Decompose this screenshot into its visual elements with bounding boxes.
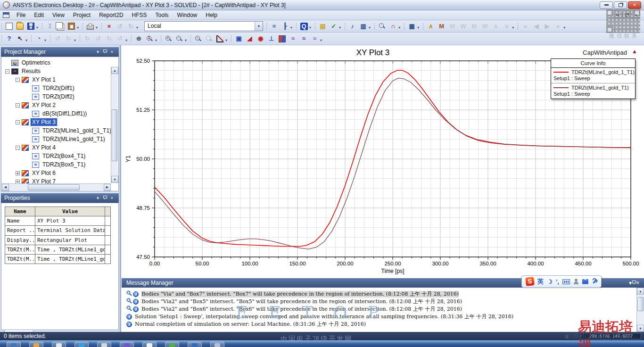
toolbar-overflow-icon[interactable]: ▾ — [44, 38, 46, 42]
zoom-out-button[interactable]: − — [174, 33, 185, 44]
create-report-button[interactable]: ∩ — [388, 21, 398, 32]
toolbar-overflow-icon[interactable]: ▾ — [512, 25, 514, 30]
scroll-left-icon[interactable]: ◀ — [2, 184, 9, 191]
panel-menu-button[interactable]: ▾ — [94, 50, 101, 54]
tree-item-xy-plot-6[interactable]: +XY Plot 6 — [1, 169, 118, 177]
toolbar-overflow-icon[interactable]: ▾ — [36, 25, 38, 30]
property-value[interactable]: Rectangular Plot — [35, 235, 105, 245]
expand-icon[interactable]: + — [16, 171, 20, 175]
notes-button[interactable]: ▤ — [317, 21, 328, 32]
toolbar-overflow-icon[interactable]: ▾ — [25, 38, 27, 42]
toolbar-overflow-icon[interactable]: ▾ — [398, 25, 400, 30]
menu-project[interactable]: Project — [69, 11, 95, 19]
panel-pin-button[interactable] — [101, 195, 108, 201]
minimize-button[interactable] — [600, 1, 613, 9]
tree-item-optimetrics[interactable]: Optimetrics — [1, 58, 118, 67]
toolbar-overflow-icon[interactable]: ▾ — [155, 38, 157, 42]
zoom-in-button[interactable]: + — [163, 33, 174, 44]
taskbar-app-3[interactable] — [52, 342, 66, 347]
legend-entry-tdrzt-mline1-gold-t1[interactable]: TDRZt(MLine1_gold_T1)Setup1 : Sweep — [551, 83, 635, 99]
mdi-document-icon[interactable] — [3, 12, 9, 18]
tree-item-tdrzt-box4-t1[interactable]: TDRZt(Box4_T1) — [1, 152, 118, 160]
plot-settings-button[interactable]: ▦ — [406, 21, 417, 32]
report-doc-button[interactable]: ▥ — [358, 21, 369, 32]
analyze-all-button[interactable]: ◉ — [255, 33, 266, 44]
field-overlay-button[interactable] — [277, 33, 288, 44]
new-file-button[interactable] — [4, 21, 15, 32]
menu-edit[interactable]: Edit — [30, 11, 48, 19]
project-tree-vscrollbar[interactable]: ▲ ▼ — [111, 67, 118, 183]
solution-data-button[interactable]: · — [377, 21, 388, 32]
status-close-icon[interactable]: x — [566, 333, 569, 339]
menu-file[interactable]: File — [12, 11, 30, 19]
menu-hfss[interactable]: HFSS — [128, 11, 151, 19]
validate-check-button[interactable]: ✓ — [328, 21, 339, 32]
message-text[interactable]: Normal completion of simulation on serve… — [135, 321, 366, 328]
taskbar-app-1[interactable] — [7, 342, 21, 347]
scroll-up-icon[interactable]: ▲ — [637, 288, 644, 295]
toolbar-overflow-icon[interactable]: ▾ — [290, 25, 292, 30]
magnifier-icon[interactable] — [126, 290, 132, 298]
tree-item-results[interactable]: -Results — [1, 67, 118, 75]
zoom-window-button[interactable]: ▫ — [193, 33, 204, 44]
menu-tools[interactable]: Tools — [151, 11, 173, 19]
vscroll-thumb[interactable] — [112, 109, 117, 161]
taskbar-app-6[interactable] — [120, 342, 134, 347]
panel-close-button[interactable]: × — [108, 196, 116, 200]
tree-item-tdrzt-diff1[interactable]: TDRZt(Diff1) — [1, 84, 118, 92]
hscroll-thumb[interactable] — [28, 184, 80, 190]
panel-pin-button[interactable] — [101, 49, 108, 55]
scroll-up-icon[interactable]: ▲ — [111, 67, 118, 74]
q3d-extractor-button[interactable]: Q — [298, 21, 309, 32]
toolbar-overflow-icon[interactable]: ▾ — [74, 38, 76, 42]
toolbar-overflow-icon[interactable]: ▾ — [309, 25, 311, 30]
port-setup-button[interactable]: ⊥ — [266, 33, 277, 44]
wave-double-button[interactable]: M — [436, 21, 447, 32]
save-button[interactable] — [25, 21, 36, 32]
open-file-button[interactable] — [15, 21, 25, 32]
restore-button[interactable] — [614, 1, 627, 9]
solution-type-combobox[interactable]: Local▼ — [144, 21, 263, 31]
ime-account-icon[interactable] — [573, 279, 579, 284]
ime-skin-icon[interactable] — [582, 279, 588, 284]
taskbar-app-5[interactable] — [97, 342, 111, 347]
message-text[interactable]: Bodies "Via" and "Box7" intersect. "Box7… — [141, 291, 459, 297]
zoom-original-button[interactable]: 1 — [144, 33, 155, 44]
collapse-icon[interactable]: - — [16, 103, 20, 107]
menu-window[interactable]: Window — [173, 11, 202, 19]
collapse-icon[interactable]: - — [16, 78, 20, 82]
help-topics-button[interactable]: ? — [4, 33, 15, 44]
delete-button[interactable]: × — [104, 21, 115, 32]
mdi-restore-button[interactable] — [622, 12, 631, 18]
toolbar-overflow-icon[interactable]: ▾ — [563, 25, 565, 30]
ime-keyboard-icon[interactable] — [562, 279, 570, 284]
menu-help[interactable]: Help — [201, 11, 222, 19]
ime-language-toggle[interactable]: 英 — [537, 277, 544, 286]
toolbar-overflow-icon[interactable]: ▾ — [96, 25, 98, 30]
tree-item-xy-plot-1[interactable]: -XY Plot 1 — [1, 75, 118, 84]
paste-button[interactable] — [66, 21, 77, 32]
toolbar-overflow-icon[interactable]: ▾ — [185, 38, 187, 42]
menu-report2d[interactable]: Report2D — [95, 11, 127, 19]
close-button[interactable]: × — [628, 1, 641, 9]
toolbar-overflow-icon[interactable]: ▾ — [136, 25, 138, 30]
property-value[interactable]: XY Plot 3 — [35, 216, 105, 226]
view-orientation-button[interactable]: ◔ — [33, 33, 44, 44]
property-value[interactable]: Terminal Solution Data — [35, 226, 105, 235]
taskbar-app-8[interactable] — [165, 342, 179, 347]
panel-pin-button[interactable] — [632, 280, 636, 286]
message-text[interactable]: Solution 'Setup1 : Sweep', interpolating… — [135, 314, 513, 320]
tree-item-xy-plot-2[interactable]: -XY Plot 2 — [1, 101, 118, 109]
chevron-down-icon[interactable]: ▼ — [255, 22, 263, 31]
wave-edit-button[interactable]: ≈ — [298, 33, 309, 44]
toolbar-overflow-icon[interactable]: ▾ — [225, 38, 227, 42]
mdi-minimize-button[interactable] — [613, 12, 621, 18]
message-text[interactable]: Bodies "Via2" and "Box5" intersect. "Box… — [141, 298, 462, 305]
sogou-logo-icon[interactable]: S — [525, 277, 535, 286]
tree-item-db-st-diff1-diff1[interactable]: dB(St(Diff1,Diff1)) — [1, 109, 118, 118]
mdi-close-button[interactable]: × — [632, 12, 640, 18]
tree-item-tdrzt-mline1-gold-1-t1[interactable]: TDRZt(MLine1_gold_1_T1) — [1, 126, 118, 135]
add-to-project-button[interactable]: ≡ — [269, 21, 280, 32]
ime-settings-icon[interactable] — [592, 279, 597, 284]
windows-taskbar[interactable] — [0, 340, 644, 347]
